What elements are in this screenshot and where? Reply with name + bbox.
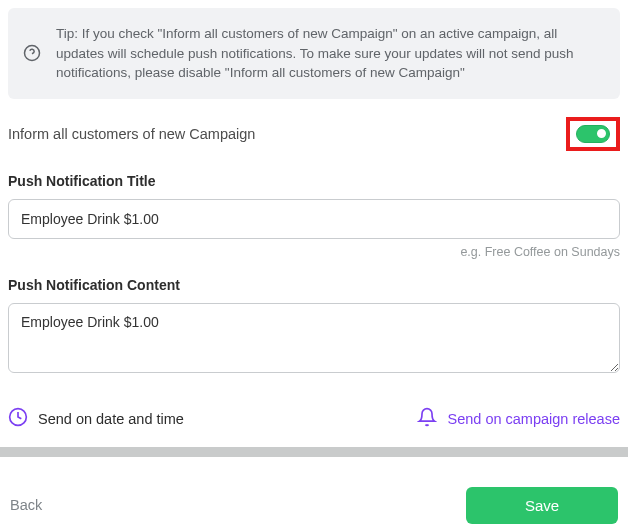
bell-icon — [417, 407, 437, 431]
save-button[interactable]: Save — [466, 487, 618, 524]
tip-box: Tip: If you check "Inform all customers … — [8, 8, 620, 99]
push-title-input[interactable] — [8, 199, 620, 239]
back-button[interactable]: Back — [10, 497, 42, 513]
send-date-time-option[interactable]: Send on date and time — [8, 407, 184, 431]
help-circle-icon — [22, 43, 42, 63]
inform-customers-row: Inform all customers of new Campaign — [8, 117, 620, 151]
divider-bar — [0, 447, 628, 457]
send-date-time-label: Send on date and time — [38, 411, 184, 427]
push-content-label: Push Notification Content — [8, 277, 620, 293]
inform-customers-toggle[interactable] — [576, 125, 610, 143]
push-title-helper: e.g. Free Coffee on Sundays — [8, 245, 620, 259]
push-title-label: Push Notification Title — [8, 173, 620, 189]
send-campaign-release-label: Send on campaign release — [447, 411, 620, 427]
push-content-input[interactable] — [8, 303, 620, 373]
send-options-row: Send on date and time Send on campaign r… — [8, 407, 620, 431]
footer-row: Back Save — [8, 487, 620, 524]
clock-icon — [8, 407, 28, 431]
inform-customers-label: Inform all customers of new Campaign — [8, 126, 255, 142]
send-campaign-release-option[interactable]: Send on campaign release — [417, 407, 620, 431]
toggle-highlight-box — [566, 117, 620, 151]
tip-text: Tip: If you check "Inform all customers … — [56, 24, 606, 83]
